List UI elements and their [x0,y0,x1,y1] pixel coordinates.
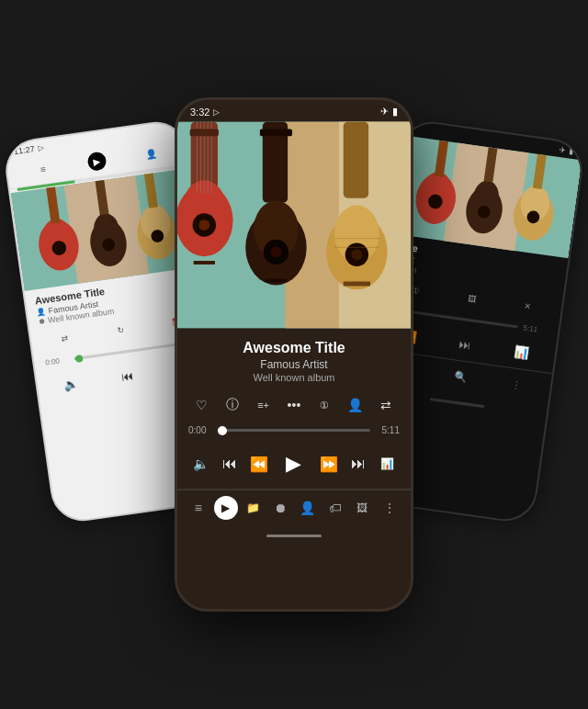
playlist-add-icon[interactable]: ≡+ [253,394,275,416]
next-btn-right[interactable]: ⏭ [451,330,481,359]
play-status-center: ▷ [213,107,220,117]
prev-btn-center[interactable]: ⏮ [217,451,243,477]
tag-nav-icon[interactable]: 🏷 [323,496,347,520]
folder-nav-icon[interactable]: 📁 [241,496,265,520]
menu-icon-left[interactable]: ≡ [30,156,55,181]
svg-rect-55 [344,282,370,287]
vinyl-nav-icon[interactable]: ⏺ [268,496,292,520]
bottom-nav-center: ≡ ▶ 📁 ⏺ 👤 🏷 🖼 ⋮ [177,490,411,527]
user-icon[interactable]: 👤 [345,394,367,416]
song-title-center: Awesome Title [188,340,400,356]
time-current-left: 0:00 [45,355,70,367]
time-center: 3:32 [190,107,209,118]
progress-container-center: 0:00 5:11 [177,422,411,439]
time-total-right: 5:11 [523,323,548,335]
info-icon[interactable]: ⓘ [221,394,243,416]
time-current-center: 0:00 [188,425,212,435]
rewind-btn-center[interactable]: ⏪ [246,451,272,477]
eq-btn-right[interactable]: 📊 [506,337,536,366]
progress-bar-center[interactable] [218,429,370,432]
home-bar-center [266,535,322,537]
prev-btn-left[interactable]: ⏮ [113,362,142,391]
phone-center: 3:32 ▷ ✈ ▮ [175,97,413,612]
song-album-center: Well known album [188,372,400,383]
user-icon-left[interactable]: 👤 [139,141,164,166]
more-icon[interactable]: ••• [283,394,305,416]
svg-rect-57 [260,129,292,136]
ff-btn-center[interactable]: ⏩ [316,451,342,477]
svg-point-35 [198,219,209,231]
airplane-center: ✈ [380,106,389,118]
albumart-nav-icon[interactable]: 🖼 [350,496,374,520]
status-bar-center: 3:32 ▷ ✈ ▮ [177,100,411,119]
airplane-right: ✈ [558,145,566,155]
battery-center: ▮ [392,106,398,118]
home-indicator-center [177,527,411,544]
repeat-one-icon[interactable]: ① [313,394,335,416]
svg-rect-54 [266,279,287,283]
play-nav-icon[interactable]: ▶ [214,496,238,520]
play-status-left: ▷ [38,143,44,152]
shuffle-icon[interactable]: ⇄ [375,394,397,416]
progress-thumb-center[interactable] [218,426,227,435]
eq-btn-center[interactable]: 📊 [374,451,400,477]
album-art-right[interactable]: 🖼 [459,287,484,311]
close-right[interactable]: ✕ [515,294,540,319]
song-artist-center: Famous Artist [188,358,400,371]
action-icons-center: ♡ ⓘ ≡+ ••• ① 👤 ⇄ [177,388,411,422]
battery-right: ▮ [569,147,574,157]
repeat-icon-left[interactable]: ↻ [108,318,133,343]
playlist-nav-icon[interactable]: ≡ [187,496,210,520]
playback-controls-center: 🔈 ⏮ ⏪ ▶ ⏩ ⏭ 📊 [177,439,411,489]
svg-point-50 [352,249,363,260]
next-btn-center[interactable]: ⏭ [345,451,371,477]
svg-point-45 [271,246,282,257]
svg-rect-56 [190,129,219,136]
play-btn-center[interactable]: ▶ [275,445,313,483]
time-total-center: 5:11 [376,425,400,435]
artist-nav-icon[interactable]: 👤 [296,496,320,520]
more-nav-icon[interactable]: ⋮ [378,496,401,520]
volume-btn-left[interactable]: 🔈 [57,369,86,399]
ab-icon-left[interactable]: ⇄ [52,326,77,351]
svg-rect-46 [344,122,368,198]
volume-btn-center[interactable]: 🔈 [188,451,214,477]
more-icon-right[interactable]: ⋮ [503,371,530,398]
search-icon-right[interactable]: 🔍 [447,364,474,390]
time-left: 11:27 [13,144,35,156]
album-art-center [177,119,411,331]
svg-rect-53 [194,261,215,264]
heart-icon[interactable]: ♡ [191,394,213,416]
play-circle-left[interactable]: ▶ [86,151,107,172]
song-info-center: Awesome Title Famous Artist Well known a… [177,331,411,388]
